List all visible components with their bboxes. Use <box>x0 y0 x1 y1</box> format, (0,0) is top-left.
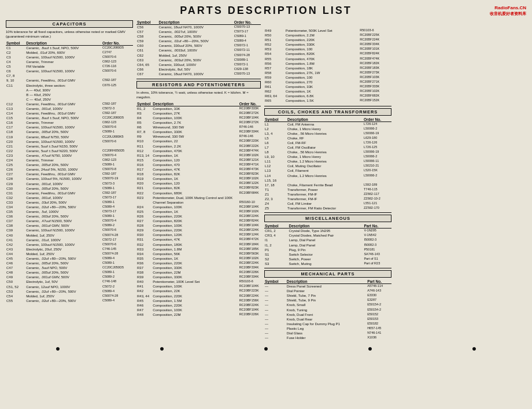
table-row: R5Composition, 2.7KRC20BF272K <box>136 120 261 125</box>
table-row: C33Ceramic, .03uf 20%, 500VC5089-1 <box>6 200 133 205</box>
table-row: C61Ceramic, .0033uf, 1000VC50072-11 <box>136 48 261 53</box>
table-row: Z1Transformer, FM-IFZZ662-117 <box>264 192 391 197</box>
table-row: R65Composition, 1.5KRC20BF152K <box>264 98 391 103</box>
table-row: L5Choke, RFL629-180 <box>264 136 391 141</box>
table-row: A — 40uf, 300V <box>6 88 133 93</box>
table-row: C — 40uf, 250V <box>6 97 133 102</box>
table-row: R9Wirewound, 330 5WR746-146 <box>136 134 261 139</box>
capacitors-title: CAPACITORS <box>6 20 133 28</box>
table-row: R37Composition, 330KRC20BF334K <box>136 266 261 270</box>
table-row: R54Composition, 820KRC20BF824K <box>264 51 391 56</box>
table-row: C40Molded, 1uf, 250VC50074-28 <box>6 233 133 238</box>
table-row: R12Composition, 470KRC20BF474K <box>136 149 261 153</box>
mech-col-symbol: Symbol <box>264 279 286 284</box>
table-row: C22Ceramic, 5uuf ±.5uuf N220, 500VCC20RH… <box>6 149 133 153</box>
table-row: R52Composition, 330KRC20BF334K <box>264 42 391 47</box>
table-row: L14Choke, 1.2 Micro HenriesL50066-2 <box>264 174 391 178</box>
cap-col-order: Order No. <box>102 41 133 46</box>
table-row: R26Composition, 220KRC20BF224K <box>136 214 261 219</box>
divider-4 <box>264 268 391 268</box>
cap2-col-symbol: Symbol <box>136 20 158 25</box>
table-row: C47Ceramic, .5uuf NPO, 500VCC20CJ050D5 <box>6 266 133 270</box>
resistors-title: RESISTORS AND POTENTIOMETERS <box>136 81 261 89</box>
table-row: C41Ceramic, .01uf, 1000VC5072-17 <box>6 238 133 242</box>
table-row: C16Ceramic, TrimmerC662-123 <box>6 120 133 125</box>
table-row: S2Switch, PowerPart of S1 <box>264 257 391 261</box>
table-row: L7Coil, FM OscillatorL726-125 <box>264 145 391 150</box>
table-row: C15Ceramic, .8uuf ±.5uuf, NPO, 500VCC20C… <box>6 116 133 120</box>
table-row: R45Composition, 1.5MRC20BF156K <box>136 299 261 303</box>
table-row: R59Composition, 100RC20BF103K <box>264 75 391 80</box>
table-row: R30Composition, 120KRC20BF124K <box>136 233 261 237</box>
table-row: C13Ceramic, .001uf, 1000VC5072-3 <box>6 106 133 111</box>
col-capacitors: CAPACITORS 10% tolerance for all fixed c… <box>6 20 133 303</box>
table-row: R6Wirewound, 330 5WR746-146 <box>136 125 261 130</box>
table-row: C44Molded, 1uf, 250VC50074-28 <box>6 252 133 256</box>
table-row: C5FM VariableC726-116 <box>6 64 133 69</box>
table-row: C19Ceramic, 68uuf N750, 500VCC20UJ680K5 <box>6 135 133 139</box>
table-row: L13Coil, FilamentL520-15K <box>264 168 391 173</box>
table-row: C35Ceramic, .5uf, 1000VC5073-17 <box>6 209 133 214</box>
cap2-col-order: Order No. <box>234 20 261 25</box>
table-row: R55Composition, 470KRC20BF474K <box>264 57 391 61</box>
table-row: —Dial PointerA746-143 <box>264 289 391 293</box>
table-row: R61Composition, 33KRC20BF333K <box>264 84 391 89</box>
table-row: —Plastic LegH657-145 <box>264 326 391 331</box>
table-row: C4Ceramic, TrimmerC662-123 <box>6 60 133 64</box>
table-row: L11Choke, 1.2 Micro HenriesL50066-11 <box>264 159 391 164</box>
table-row: —Dress Panel ScreenedA5746-114 <box>264 284 391 289</box>
table-row: C63Ceramic, .003uf 20%, 500VC50089-1 <box>136 58 261 62</box>
table-row: R57Composition, 18KRC20BF183K <box>264 66 391 71</box>
table-row: T1Transformer, PowerT746-115 <box>264 187 391 192</box>
misc-col-symbol: Symbol <box>264 224 289 229</box>
table-row: R34Composition, 56KRC20BF563K <box>136 252 261 256</box>
table-row: C14Ceramic, Feedthru, .001uf GMVC592-187 <box>6 111 133 116</box>
res-col-order: Order No. <box>239 102 261 106</box>
table-row: —Knob, TuningE50154-2 <box>264 308 391 312</box>
res-col-symbol: Symbol <box>136 102 152 106</box>
table-row: C64, 65Ceramic, 330uuf, 1000VC50072-1 <box>136 62 261 67</box>
coil-col-order: Order No. <box>363 117 391 122</box>
table-row: R1, 2Composition, 33KRC20BF333K <box>136 106 261 111</box>
table-row: CR3, 4Crystal Diodes, Matched PairV-1N54… <box>264 233 391 238</box>
table-row: R28Composition, 100KRC20BF104K <box>136 223 261 228</box>
cap-continued-table: Symbol Description Order No. C56Ceramic,… <box>136 20 261 76</box>
res-right-table: R49Potentiometer, 500K Level SetR50103-6… <box>264 28 391 104</box>
table-row: —Shield, Tube, 9 PinE3287 <box>264 298 391 303</box>
table-row: C54Molded, 1uf, 250VC50074-28 <box>6 294 133 299</box>
table-row: C53Ceramic, .02uf +80—20%, 500VC5089-4 <box>6 289 133 294</box>
res-col-desc: Description <box>152 102 238 106</box>
table-row: C49Ceramic, .001uf GMV, 500VC5089-2 <box>6 275 133 279</box>
col-right: R49Potentiometer, 500K Level SetR50103-6… <box>264 20 391 340</box>
table-row: L12Coil, Muting OscillatorL50210-21 <box>264 164 391 168</box>
cap-col-symbol: Symbol <box>6 41 25 46</box>
table-row: C2Molded, .01uf 20%, 600VC2747 <box>6 50 133 55</box>
table-row: C29Ceramic, .001uf, 1000VC5073-3 <box>6 182 133 186</box>
table-row: R32Composition, 180KRC20BF184K <box>136 242 261 247</box>
misc-col-desc: Description <box>289 224 364 229</box>
table-row: L2Choke, 1 Micro HenryL50066-2 <box>264 127 391 131</box>
table-row: C43Electrolytic, 20uf, 250VC746-145 <box>6 247 133 252</box>
table-row: R3Composition, 27KRC20BF272K <box>136 111 261 116</box>
table-row: R50Composition, 2.2MRC20BF225K <box>264 33 391 38</box>
table-row: C11Electrolytic, three section:C670-125 <box>6 83 133 88</box>
bottom-circles: ● ● ● ● ● <box>6 344 526 353</box>
table-row: C1Ceramic, .8uuf ±.5uuf, NPO, 500VCC20CJ… <box>6 45 133 50</box>
table-row: R43, 44Composition, 220KRC20BF224K <box>136 294 261 299</box>
table-row: C46Ceramic, .005uf 20%, 500VC5089-1 <box>6 261 133 266</box>
page: PARTS DESCRIPTION LIST RadioFans.CN 收音机爱… <box>0 0 532 358</box>
table-row: C26Ceramic, 24uuf 5%, N150, 1000VC50070-… <box>6 167 133 172</box>
mech-col-order: Part No. <box>367 279 391 284</box>
table-row: S1Switch SelectorSA746-143 <box>264 252 391 257</box>
table-row: R48Composition, 22MRC20BF226K <box>136 312 261 317</box>
table-row: R31Composition, 47KRC20BF472K <box>136 237 261 242</box>
table-row: R40Potentiometer, 100K Level SetR50103-6 <box>136 279 261 284</box>
table-row: R18Composition, 82KRC20BF823K <box>136 172 261 176</box>
table-row: C58Ceramic, .005uf 20%, 500VC5089-1 <box>136 34 261 39</box>
table-row: R58Composition, 27K, 1WRC20BF273K <box>264 71 391 75</box>
table-row: C66Electrolytic, 8uf, 50VC629-138 <box>136 67 261 72</box>
table-row: R41Composition, 100KRC20BF104K <box>136 284 261 289</box>
table-row: Z5Transformer, FM Ratio DetectorZZ592-17… <box>264 206 391 211</box>
table-row: —Knob, Dual FrontE50152 <box>264 312 391 317</box>
divider-1 <box>136 79 261 79</box>
